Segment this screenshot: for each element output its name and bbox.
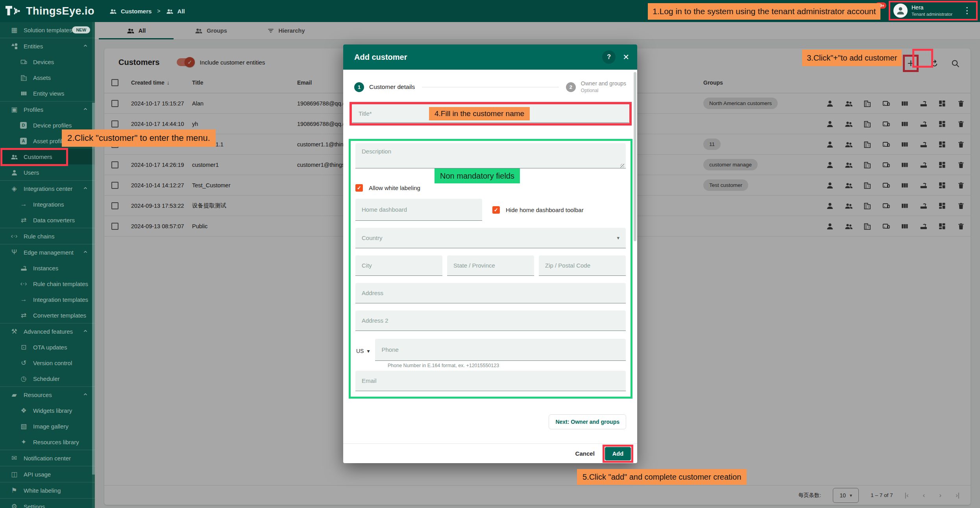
breadcrumb-separator: > — [157, 8, 160, 14]
white-labeling-icon: ⚑ — [9, 486, 19, 495]
home-dashboard-field-wrap — [355, 199, 482, 221]
users-icon — [9, 169, 19, 176]
sidebar-item-assets[interactable]: Assets — [0, 70, 95, 85]
entity-views-icon — [19, 90, 28, 97]
hide-toolbar-checkbox[interactable]: ✓ — [492, 206, 500, 214]
phone-input[interactable] — [381, 346, 619, 353]
sidebar-item-settings[interactable]: ⚙ Settings — [0, 499, 95, 508]
settings-icon: ⚙ — [9, 502, 19, 508]
integrations-icon: → — [19, 200, 28, 208]
allow-white-labeling-checkbox[interactable]: ✓ — [355, 184, 363, 192]
hide-toolbar-row: ✓ Hide home dashboard toolbar — [492, 206, 584, 214]
chevron-down-icon: ▾ — [617, 235, 619, 241]
phone-field-wrap — [375, 339, 626, 361]
description-input[interactable] — [355, 143, 626, 168]
sidebar-item-advanced-features[interactable]: ⚒ Advanced features — [0, 323, 95, 339]
sidebar-item-rule-chain-templates[interactable]: ‹·› Rule chain templates — [0, 276, 95, 292]
rule-chain-templates-icon: ‹·› — [19, 280, 28, 288]
allow-white-labeling-label[interactable]: Allow white labeling — [369, 185, 420, 191]
chevron-up-icon[interactable] — [82, 42, 89, 50]
converter-templates-icon: ⇄ — [19, 311, 28, 320]
resources-icon: ▰ — [9, 391, 19, 399]
integration-templates-icon: → — [19, 296, 28, 303]
breadcrumb-item-customers[interactable]: Customers — [121, 8, 152, 15]
sidebar-item-entity-views[interactable]: Entity views — [0, 85, 95, 101]
sidebar-scrollbar-thumb[interactable] — [92, 103, 95, 475]
city-input[interactable] — [362, 262, 436, 269]
widgets-library-icon: ❖ — [19, 406, 28, 415]
step-2-circle[interactable]: 2 — [566, 82, 576, 92]
annotation-step-3: 3.Click"+"to add customer — [802, 50, 902, 66]
hide-toolbar-label[interactable]: Hide home dashboard toolbar — [506, 207, 584, 213]
sidebar-item-notification-center[interactable]: ✉ Notification center — [0, 450, 95, 466]
sidebar-item-data-converters[interactable]: ⇄ Data converters — [0, 212, 95, 228]
sidebar-scrollbar[interactable] — [92, 22, 95, 508]
person-icon — [895, 6, 906, 16]
plus-annotation-ring-overlay — [912, 49, 933, 68]
title-annotation-ring: 4.Fill in the customer name — [349, 102, 632, 126]
sidebar-item-image-gallery[interactable]: ▧ Image gallery — [0, 418, 95, 434]
sidebar-item-api-usage[interactable]: ◫ API usage — [0, 466, 95, 482]
sidebar-item-instances[interactable]: Instances — [0, 260, 95, 276]
stepper-connector — [422, 87, 559, 87]
chevron-up-icon[interactable] — [82, 185, 89, 192]
annotation-step-2: 2.Click "customer" to enter the menu. — [62, 129, 216, 147]
integrations-center-icon: ◈ — [9, 185, 19, 193]
sidebar-item-solution-templates[interactable]: ▦ Solution templates NEW — [0, 22, 95, 38]
sidebar-item-integrations[interactable]: → Integrations — [0, 196, 95, 212]
sidebar-item-resources[interactable]: ▰ Resources — [0, 387, 95, 403]
avatar[interactable] — [893, 4, 908, 18]
entities-icon — [9, 42, 19, 50]
address-input[interactable] — [362, 290, 619, 296]
solution-templates-icon: ▦ — [9, 26, 19, 34]
sidebar-item-white-labeling[interactable]: ⚑ White labeling — [0, 482, 95, 498]
sidebar-item-version-control[interactable]: ↺ Version control — [0, 355, 95, 371]
sidebar-item-converter-templates[interactable]: ⇄ Converter templates — [0, 307, 95, 323]
cancel-button[interactable]: Cancel — [575, 450, 595, 457]
app-root: ThingsEye.io Customers > All 99+ Hera Te… — [0, 0, 980, 508]
sidebar-item-scheduler[interactable]: ◷ Scheduler — [0, 371, 95, 386]
state-input[interactable] — [453, 262, 528, 269]
sidebar-item-entities[interactable]: Entities — [0, 38, 95, 54]
chevron-up-icon[interactable] — [82, 249, 89, 256]
address2-input[interactable] — [362, 317, 619, 324]
chevron-up-icon[interactable] — [82, 328, 89, 335]
country-select[interactable]: ▾ — [355, 228, 626, 248]
sidebar-item-devices[interactable]: Devices — [0, 54, 95, 70]
next-row: Next: Owner and groups — [354, 414, 626, 429]
ota-updates-icon: ⊡ — [19, 343, 28, 351]
sidebar-item-widgets-library[interactable]: ❖ Widgets library — [0, 403, 95, 418]
step-1-circle[interactable]: 1 — [354, 82, 364, 92]
chevron-up-icon[interactable] — [82, 391, 89, 399]
add-button[interactable]: Add — [605, 447, 631, 460]
chevron-up-icon[interactable] — [82, 106, 89, 113]
allow-white-labeling-row: ✓ Allow white labeling — [355, 184, 626, 192]
sidebar-item-resources-library[interactable]: ✦ Resources library — [0, 434, 95, 450]
dialog-scrollbar[interactable] — [634, 72, 636, 241]
sidebar-item-ota-updates[interactable]: ⊡ OTA updates — [0, 339, 95, 355]
help-button[interactable]: ? — [602, 50, 616, 64]
next-owner-groups-button[interactable]: Next: Owner and groups — [549, 414, 626, 429]
breadcrumb-item-all[interactable]: All — [178, 8, 185, 15]
sidebar-item-edge-management[interactable]: Ψ Edge management — [0, 244, 95, 260]
home-dashboard-row: ✓ Hide home dashboard toolbar — [355, 199, 626, 221]
sidebar-item-users[interactable]: Users — [0, 164, 95, 180]
profiles-icon: ▣ — [9, 105, 19, 114]
sidebar-item-integration-templates[interactable]: → Integration templates — [0, 292, 95, 307]
country-input[interactable] — [362, 235, 617, 241]
resize-handle-icon[interactable] — [620, 164, 624, 168]
data-converters-icon: ⇄ — [19, 216, 28, 224]
description-field-wrap — [355, 143, 626, 170]
email-input[interactable] — [362, 377, 619, 384]
instances-icon — [19, 264, 28, 272]
image-gallery-icon: ▧ — [19, 422, 28, 430]
user-menu-button[interactable]: ⋮ — [961, 6, 973, 16]
home-dashboard-input[interactable] — [362, 206, 476, 213]
sidebar-item-integrations-center[interactable]: ◈ Integrations center — [0, 181, 95, 196]
address-field-wrap — [355, 283, 626, 303]
sidebar-item-rule-chains[interactable]: ‹·› Rule chains — [0, 228, 95, 244]
phone-country-select[interactable]: US ▾ — [355, 348, 370, 361]
sidebar-item-profiles[interactable]: ▣ Profiles — [0, 102, 95, 117]
close-icon[interactable]: ✕ — [623, 52, 629, 62]
zip-input[interactable] — [545, 262, 619, 269]
